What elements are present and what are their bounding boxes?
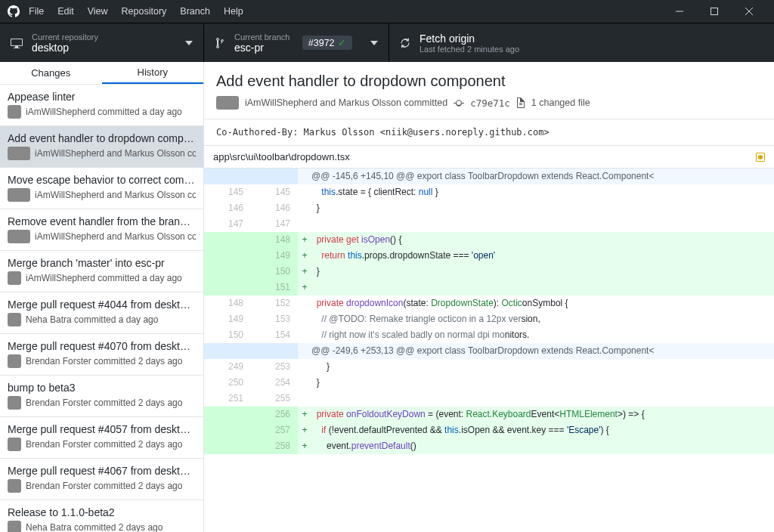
git-branch-icon [215,37,225,49]
desktop-icon [11,37,23,49]
commit-title: Add event handler to dropdown component [216,73,762,90]
diff-line: 148152 private dropdownIcon(state: Dropd… [204,295,774,311]
tab-history[interactable]: History [102,62,204,84]
menu-file[interactable]: File [29,6,44,17]
commit-trailer: Co-Authored-By: Markus Olsson <niik@user… [204,119,774,146]
menu-branch[interactable]: Branch [180,6,210,17]
commit-row-sub: iAmWillShepherd committed a day ago [26,107,182,117]
menu-view[interactable]: View [88,6,108,17]
commit-item[interactable]: Merge pull request #4067 from desktop/…B… [0,459,203,500]
diff-line: 149+ return this.props.dropdownState ===… [204,248,774,264]
repo-value: desktop [32,42,98,54]
diff-line: 250254 } [204,375,774,391]
file-header[interactable]: app\src\ui\toolbar\dropdown.tsx [204,146,774,169]
file-path: app\src\ui\toolbar\dropdown.tsx [213,151,350,162]
svg-rect-0 [711,8,718,15]
avatar [8,188,30,202]
file-diff-icon [516,97,525,108]
menu-repository[interactable]: Repository [122,6,167,17]
menu-edit[interactable]: Edit [57,6,74,17]
commit-row-title: Merge pull request #4070 from desktop/… [8,340,196,352]
git-commit-icon [454,98,464,107]
sync-icon [400,37,410,49]
commit-row-sub: iAmWillShepherd and Markus Olsson co… [35,231,196,242]
menu-help[interactable]: Help [224,6,243,17]
branch-value: esc-pr [234,42,289,54]
commit-row-sub: Brendan Forster committed 2 days ago [26,356,182,367]
chevron-down-icon [370,41,378,45]
commit-row-sub: iAmWillShepherd and Markus Olsson co… [35,148,196,159]
commit-item[interactable]: Merge pull request #4070 from desktop/…B… [0,334,203,376]
commit-row-title: Release to 1.1.0-beta2 [8,506,196,518]
commit-row-title: Merge branch 'master' into esc-pr [8,257,196,269]
avatar [8,230,30,243]
commit-item[interactable]: bump to beta3Brendan Forster committed 2… [0,376,203,417]
avatar [8,147,30,160]
diff-line: 151+ [204,280,774,295]
avatar [8,313,21,326]
diff-line: 249253 } [204,359,774,375]
avatar [8,354,21,368]
commit-item[interactable]: Remove event handler from the branches..… [0,209,203,251]
diff-line: 148+ private get isOpen() { [204,232,774,248]
window-maximize[interactable] [697,0,732,23]
avatar [8,396,21,410]
github-logo-icon [8,5,20,17]
fetch-sub: Last fetched 2 minutes ago [420,45,519,54]
diff-line: @@ -145,6 +145,10 @@ export class Toolba… [204,169,774,184]
window-minimize[interactable] [662,0,697,23]
check-icon: ✓ [338,37,346,48]
pr-badge: #3972✓ [302,36,352,50]
commit-byline: iAmWillShepherd and Markus Olsson commit… [245,97,447,108]
diff-line: 145145 this.state = { clientRect: null } [204,184,774,200]
diff-line: 150154 // right now it's scaled badly on… [204,327,774,343]
commit-sha: c79e71c [470,97,510,109]
commit-item[interactable]: Release to 1.1.0-beta2Neha Batra committ… [0,500,203,532]
diff-line: 146146 } [204,200,774,216]
commit-row-title: bump to beta3 [8,382,196,394]
fetch-button[interactable]: Fetch originLast fetched 2 minutes ago [389,23,774,62]
commit-row-title: Merge pull request #4057 from desktop/… [8,423,196,435]
commit-row-sub: Brendan Forster committed 2 days ago [26,481,182,491]
avatar [8,271,21,285]
commit-row-sub: Neha Batra committed 2 days ago [26,522,163,532]
avatar [8,438,21,451]
fetch-label: Fetch origin [420,32,519,45]
repo-label: Current repository [32,32,98,42]
diff-line: 149153 // @TODO: Remake triangle octicon… [204,311,774,327]
diff-line: 150+ } [204,264,774,280]
commit-item[interactable]: Add event handler to dropdown compon…iAm… [0,126,203,168]
commit-item[interactable]: Merge pull request #4057 from desktop/…B… [0,417,203,459]
author-avatars [216,96,239,110]
commit-row-sub: Brendan Forster committed 2 days ago [26,397,182,408]
tab-changes[interactable]: Changes [0,62,102,84]
commit-row-title: Merge pull request #4067 from desktop/… [8,465,196,477]
commit-item[interactable]: Move escape behavior to correct compo…iA… [0,168,203,209]
diff-line: 251255 [204,391,774,407]
commit-row-title: Merge pull request #4044 from desktop/… [8,298,196,311]
avatar [8,105,21,119]
commit-item[interactable]: Merge pull request #4044 from desktop/…N… [0,292,203,334]
files-changed-label: 1 changed file [531,97,590,108]
commit-row-title: Remove event handler from the branches.. [8,215,196,227]
avatar [8,521,21,532]
diff-line: 147147 [204,216,774,232]
branch-label: Current branch [234,32,289,42]
chevron-down-icon [185,41,193,45]
commit-row-sub: iAmWillShepherd and Markus Olsson co… [35,190,196,200]
commit-item[interactable]: Appease linteriAmWillShepherd committed … [0,85,203,126]
window-close[interactable] [732,0,766,23]
avatar [8,479,21,493]
commit-row-sub: Neha Batra committed a day ago [26,314,158,325]
diff-view: @@ -145,6 +145,10 @@ export class Toolba… [204,169,774,532]
modified-icon [756,153,765,162]
diff-line: 256+ private onFoldoutKeyDown = (event: … [204,407,774,422]
commit-row-sub: Brendan Forster committed 2 days ago [26,439,182,450]
repo-selector[interactable]: Current repositorydesktop [0,23,204,62]
commit-row-title: Add event handler to dropdown compon… [8,132,196,144]
commit-row-sub: iAmWillShepherd committed a day ago [26,273,182,283]
diff-line: @@ -249,6 +253,13 @@ export class Toolba… [204,343,774,359]
branch-selector[interactable]: Current branchesc-pr #3972✓ [204,23,389,62]
commit-item[interactable]: Merge branch 'master' into esc-priAmWill… [0,251,203,292]
diff-line: 258+ event.preventDefault() [204,438,774,454]
